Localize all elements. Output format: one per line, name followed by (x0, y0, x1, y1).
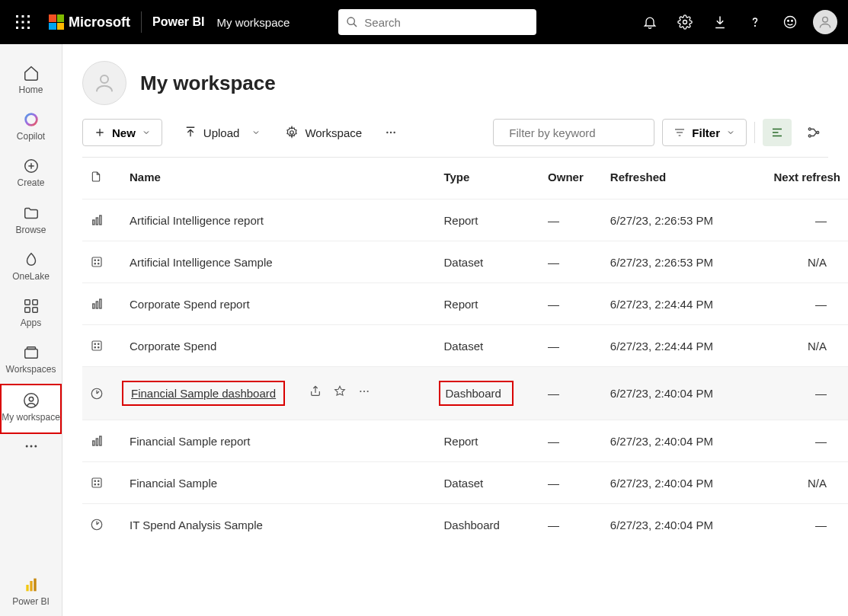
col-owner[interactable]: Owner (540, 158, 603, 199)
svg-point-15 (792, 21, 793, 22)
svg-rect-66 (92, 478, 101, 487)
workspace-settings-button[interactable]: Workspace (282, 121, 365, 144)
item-type: Report (443, 298, 478, 311)
svg-rect-7 (22, 27, 24, 29)
download-icon[interactable] (705, 7, 735, 37)
item-name[interactable]: IT Spend Analysis Sample (130, 519, 263, 531)
nav-home[interactable]: Home (0, 58, 62, 104)
table-row[interactable]: Financial Sample report Report — 6/27/23… (82, 420, 848, 462)
share-icon[interactable] (309, 385, 322, 397)
nav-browse[interactable]: Browse (0, 198, 62, 244)
feedback-icon[interactable] (775, 7, 805, 37)
svg-rect-46 (92, 257, 101, 267)
item-owner: — (540, 462, 603, 504)
microsoft-tiles-icon (49, 14, 64, 30)
col-refreshed[interactable]: Refreshed (603, 158, 747, 199)
svg-rect-23 (24, 349, 37, 359)
table-row[interactable]: Corporate Spend Dataset — 6/27/23, 2:24:… (82, 325, 848, 367)
nav-more[interactable] (0, 434, 62, 458)
svg-point-69 (94, 484, 96, 486)
item-type: Dataset (443, 340, 483, 353)
row-more-icon[interactable] (358, 385, 370, 397)
svg-rect-30 (26, 585, 28, 591)
upload-button[interactable]: Upload (181, 121, 264, 144)
nav-apps[interactable]: Apps (0, 291, 62, 337)
nav-workspaces[interactable]: Workspaces (0, 337, 62, 384)
item-type: Report (443, 214, 478, 227)
table-row[interactable]: Financial Sample dashboard Dashboard — 6… (82, 367, 848, 420)
item-name[interactable]: Financial Sample (130, 477, 217, 490)
svg-point-33 (101, 75, 108, 83)
table-row[interactable]: Artificial Intelligence Sample Dataset —… (82, 241, 848, 283)
notifications-icon[interactable] (635, 7, 665, 37)
item-type-icon (82, 199, 122, 241)
new-button[interactable]: New (82, 119, 162, 146)
col-next-refresh[interactable]: Next refresh (747, 158, 848, 199)
app-launcher-icon[interactable] (8, 7, 38, 37)
svg-point-70 (98, 484, 100, 486)
nav-create[interactable]: Create (0, 151, 62, 197)
settings-icon[interactable] (670, 7, 700, 37)
filter-keyword-input[interactable] (509, 126, 654, 139)
table-row[interactable]: IT Spend Analysis Sample Dashboard — 6/2… (82, 504, 848, 546)
item-next-refresh: — (747, 420, 848, 462)
nav-my-workspace[interactable]: My workspace (0, 384, 62, 433)
search-input[interactable] (364, 16, 529, 29)
svg-point-58 (98, 347, 100, 349)
nav-power-bi[interactable]: Power BI (0, 570, 62, 616)
microsoft-logo: Microsoft (49, 14, 130, 30)
svg-point-50 (98, 263, 100, 265)
svg-point-14 (788, 21, 789, 22)
account-avatar[interactable] (810, 7, 840, 37)
item-type-icon (82, 367, 122, 420)
table-row[interactable]: Artificial Intelligence report Report — … (82, 199, 848, 241)
item-type: Dashboard (439, 381, 513, 406)
table-row[interactable]: Financial Sample Dataset — 6/27/23, 2:40… (82, 462, 848, 504)
filter-input[interactable] (493, 119, 654, 146)
item-refreshed: 6/27/23, 2:26:53 PM (603, 241, 747, 283)
workspace-avatar (82, 61, 126, 105)
nav-copilot[interactable]: Copilot (0, 104, 62, 151)
item-type: Dataset (443, 477, 483, 490)
svg-point-68 (98, 480, 100, 482)
item-refreshed: 6/27/23, 2:26:53 PM (603, 199, 747, 241)
favorite-icon[interactable] (334, 385, 346, 397)
home-icon (22, 64, 40, 82)
search-icon (346, 16, 358, 28)
lineage-view-toggle[interactable] (799, 119, 828, 146)
table-row[interactable]: Corporate Spend report Report — 6/27/23,… (82, 283, 848, 325)
svg-rect-21 (24, 308, 29, 312)
item-name[interactable]: Financial Sample report (130, 435, 250, 448)
nav-onelake[interactable]: OneLake (0, 244, 62, 291)
filter-button[interactable]: Filter (662, 119, 747, 146)
item-type: Dataset (443, 256, 483, 269)
breadcrumb[interactable]: My workspace (216, 16, 290, 29)
toolbar-more[interactable] (383, 122, 398, 143)
list-view-toggle[interactable] (763, 119, 792, 146)
item-name[interactable]: Corporate Spend report (130, 298, 250, 311)
help-icon[interactable] (740, 7, 770, 37)
item-next-refresh: — (747, 504, 848, 546)
svg-rect-54 (92, 341, 101, 350)
svg-rect-0 (16, 15, 18, 18)
item-type-icon (82, 241, 122, 283)
item-owner: — (540, 325, 603, 367)
col-name[interactable]: Name (122, 158, 436, 199)
global-search[interactable] (338, 9, 536, 35)
col-type[interactable]: Type (436, 158, 540, 199)
file-icon (90, 170, 102, 184)
item-next-refresh: N/A (747, 241, 848, 283)
item-next-refresh: N/A (747, 325, 848, 367)
item-name[interactable]: Corporate Spend (130, 340, 216, 353)
item-name[interactable]: Artificial Intelligence report (130, 214, 264, 227)
item-refreshed: 6/27/23, 2:40:04 PM (603, 367, 747, 420)
product-label: Power BI (152, 15, 204, 29)
divider (754, 122, 755, 143)
filter-icon (674, 126, 686, 139)
item-refreshed: 6/27/23, 2:40:04 PM (603, 420, 747, 462)
item-name[interactable]: Financial Sample dashboard (131, 387, 276, 400)
svg-rect-3 (16, 21, 18, 24)
item-name[interactable]: Artificial Intelligence Sample (130, 256, 273, 269)
divider (141, 11, 142, 33)
svg-point-37 (394, 132, 395, 133)
